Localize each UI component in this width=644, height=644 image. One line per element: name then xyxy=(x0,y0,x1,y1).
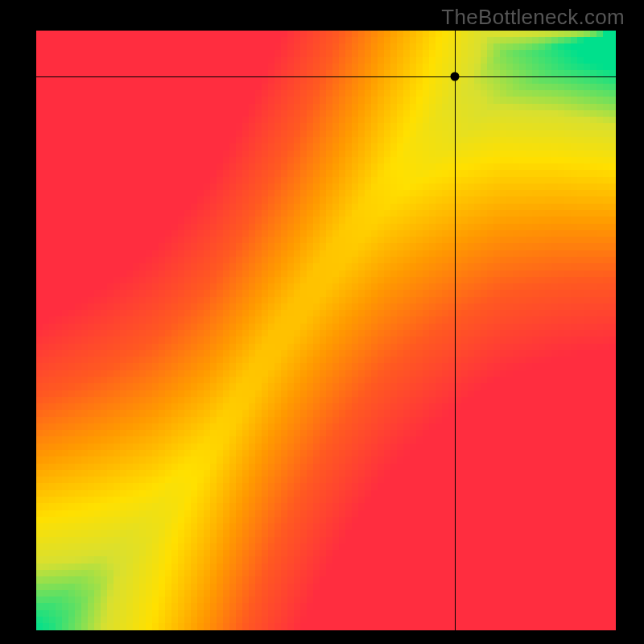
data-point-marker xyxy=(450,72,459,80)
crosshair-vertical xyxy=(455,31,456,630)
watermark-text: TheBottleneck.com xyxy=(441,5,625,30)
chart-frame: TheBottleneck.com xyxy=(0,0,644,644)
heatmap-canvas xyxy=(36,31,616,630)
plot-area xyxy=(36,31,616,630)
crosshair-horizontal xyxy=(36,76,616,77)
